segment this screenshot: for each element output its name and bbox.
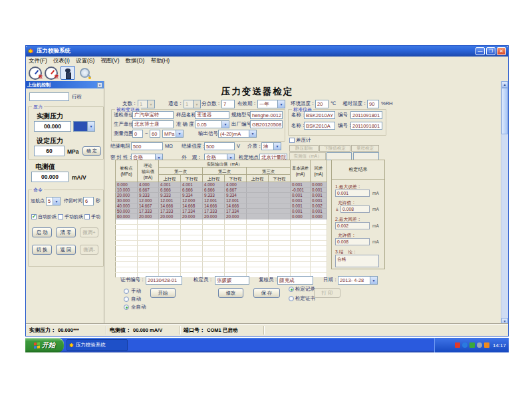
table-cell: 0.001 [291, 198, 311, 203]
record-radio[interactable] [289, 287, 294, 292]
validity-combo[interactable]: 一年▼ [257, 100, 285, 108]
table-row[interactable]: 20.0009.3339.3339.3349.3339.3340.0010.00… [116, 193, 327, 198]
serial-input[interactable]: GB20120508 [250, 120, 283, 128]
manual-step-label: 手动阶跃 [65, 213, 83, 220]
close-button[interactable]: ✕ [497, 47, 506, 55]
measured-pressure-value[interactable]: 00.000 [34, 121, 71, 132]
transmitter-tool-icon[interactable] [61, 66, 75, 80]
env-temp-input[interactable]: 20 [315, 100, 329, 108]
taskbar-app-button[interactable]: ✱ 压力校验系统 [66, 339, 128, 351]
modify-button[interactable]: 修改 [218, 288, 243, 298]
return-button[interactable]: 返 回 [56, 245, 76, 255]
table-row[interactable]: 60.00020.00020.00020.00020.00020.0000.00… [116, 214, 327, 219]
save-button[interactable]: 保 存 [253, 288, 280, 298]
dp-gauge-checkbox[interactable] [289, 138, 295, 143]
table-cell: 0.001 [291, 182, 311, 188]
minimize-button[interactable]: — [475, 47, 485, 55]
manual-step-checkbox[interactable] [58, 214, 63, 219]
electric-value[interactable]: 00.000 [31, 172, 68, 182]
set-pressure-input[interactable]: 60 [34, 146, 65, 156]
verifier-input[interactable]: 张媛媛 [215, 276, 249, 285]
std-no1-input[interactable]: 2011091801 [350, 111, 382, 119]
pressure-gauge-icon-1[interactable]: 检 [28, 66, 43, 80]
chevron-down-icon[interactable]: ▼ [277, 100, 285, 108]
menu-item[interactable]: 视图(V) [100, 57, 119, 65]
table-row[interactable]: 50.00017.33317.33317.33417.33317.3340.00… [116, 209, 327, 214]
table-row[interactable]: 10.0006.6676.6666.6666.6666.667-0.0010.0… [116, 188, 327, 193]
chevron-down-icon[interactable]: ▼ [176, 130, 183, 137]
maker-input[interactable]: 北京博士康 [132, 120, 174, 128]
std-no2-input[interactable]: 2011091801 [350, 122, 382, 130]
travel-input[interactable] [29, 92, 69, 101]
medium-combo[interactable]: 油▼ [261, 142, 281, 150]
tray-icon[interactable] [469, 342, 475, 348]
table-row[interactable]: 30.00012.00012.00112.00012.00112.0010.00… [116, 198, 327, 203]
certificate-radio[interactable] [289, 296, 294, 301]
table-cell [116, 257, 138, 262]
sender-input[interactable]: 广汽华宝特 [132, 111, 174, 119]
table-row[interactable]: 0.0004.0004.0014.0014.0004.0000.0010.000 [116, 182, 327, 188]
scrollbar-thumb[interactable] [501, 88, 508, 134]
std-name1-input[interactable]: BSK2010AY [304, 111, 335, 119]
cruise-point-combo[interactable]: 5▼ [46, 197, 61, 205]
menu-item[interactable]: 数据(D) [126, 57, 145, 65]
reviewer-input[interactable]: 颜克成 [277, 276, 313, 285]
manual-mode-radio[interactable] [124, 289, 129, 294]
humidity-input[interactable]: 90 [367, 100, 379, 108]
menu-item[interactable]: 仪表(I) [53, 57, 70, 65]
date-combo[interactable]: 2013- 4-28▼ [338, 276, 378, 285]
start-button[interactable]: 启 动 [32, 227, 52, 237]
sample-input[interactable]: 变送器 [195, 111, 229, 119]
model-input[interactable]: henghe-0012 [250, 111, 283, 119]
lower-limit-button: 下限值检定 [319, 145, 350, 152]
confirm-button[interactable]: 确 定 [82, 146, 101, 156]
pressure-gauge-icon-2[interactable]: 校 [44, 66, 59, 80]
chevron-down-icon[interactable]: ▼ [249, 130, 256, 137]
restore-button[interactable]: ❐ [486, 47, 495, 55]
full-auto-mode-radio[interactable] [124, 305, 129, 310]
panel-header[interactable]: 上位机控制 × [26, 81, 104, 88]
chevron-down-icon[interactable]: ▼ [370, 277, 377, 284]
pressure-unit-combo[interactable]: ▼ [73, 121, 95, 132]
table-cell [247, 262, 269, 267]
range-low-input[interactable]: 0 [132, 130, 143, 138]
zoom-tool-icon[interactable] [77, 66, 92, 80]
auto-step-checkbox[interactable] [31, 214, 37, 219]
menu-item[interactable]: 文件(F) [29, 57, 47, 65]
points-input[interactable]: 7 [221, 100, 235, 108]
zero-button[interactable]: 清 零 [56, 227, 76, 237]
allow1-unit: mA [372, 207, 379, 211]
table-cell: 0.000 [291, 214, 311, 219]
dwell-time-input[interactable]: 6 [83, 197, 94, 205]
scroll-up-icon[interactable]: ▲ [501, 81, 508, 88]
std-name2-input[interactable]: BSK2010A [304, 122, 335, 130]
start-button[interactable]: 开始 [25, 338, 64, 352]
tray-icon[interactable] [455, 342, 460, 348]
chevron-down-icon[interactable]: ▼ [221, 121, 229, 128]
table-row[interactable]: 40.00014.66714.66614.66814.66614.6660.00… [116, 203, 327, 209]
manual-checkbox[interactable] [84, 214, 90, 219]
cert-input[interactable]: 20130428-01 [146, 276, 182, 285]
tray-icon[interactable] [462, 342, 467, 348]
range-high-input[interactable]: 60 [150, 130, 160, 138]
begin-button[interactable]: 开始 [150, 288, 176, 298]
chevron-down-icon[interactable]: ▼ [87, 122, 94, 131]
tray-icon[interactable] [484, 342, 489, 348]
table-cell [269, 225, 291, 230]
switch-button[interactable]: 切 换 [32, 245, 52, 255]
signal-combo[interactable]: (4-20)mA▼ [218, 130, 257, 138]
accuracy-combo[interactable]: 0.05▼ [195, 120, 229, 128]
menu-item[interactable]: 设置(S) [76, 57, 94, 65]
chevron-down-icon[interactable]: ▼ [53, 198, 60, 205]
main-scrollbar[interactable]: ▲ ▼ [501, 81, 508, 325]
table-cell: 0.001 [291, 203, 311, 209]
insulation-res-input[interactable]: 500 [131, 142, 163, 150]
max-error-value: 0.001 [335, 190, 370, 197]
menu-item[interactable]: 帮助(H) [150, 57, 170, 65]
range-unit-combo[interactable]: MPa▼ [162, 130, 184, 138]
chevron-down-icon[interactable]: ▼ [273, 143, 281, 150]
tray-icon[interactable] [477, 342, 482, 348]
panel-close-icon[interactable]: × [97, 82, 102, 88]
insulation-str-input[interactable]: 500 [204, 142, 235, 150]
auto-mode-radio[interactable] [124, 297, 129, 302]
